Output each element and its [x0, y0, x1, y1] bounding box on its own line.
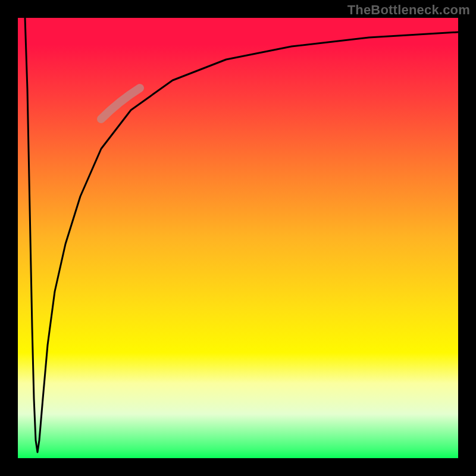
- curve-layer: [18, 18, 458, 458]
- highlight-segment: [101, 88, 140, 119]
- plot-area: [18, 18, 458, 458]
- watermark-text: TheBottleneck.com: [347, 2, 470, 18]
- main-curve: [25, 18, 458, 452]
- chart-stage: TheBottleneck.com: [0, 0, 476, 476]
